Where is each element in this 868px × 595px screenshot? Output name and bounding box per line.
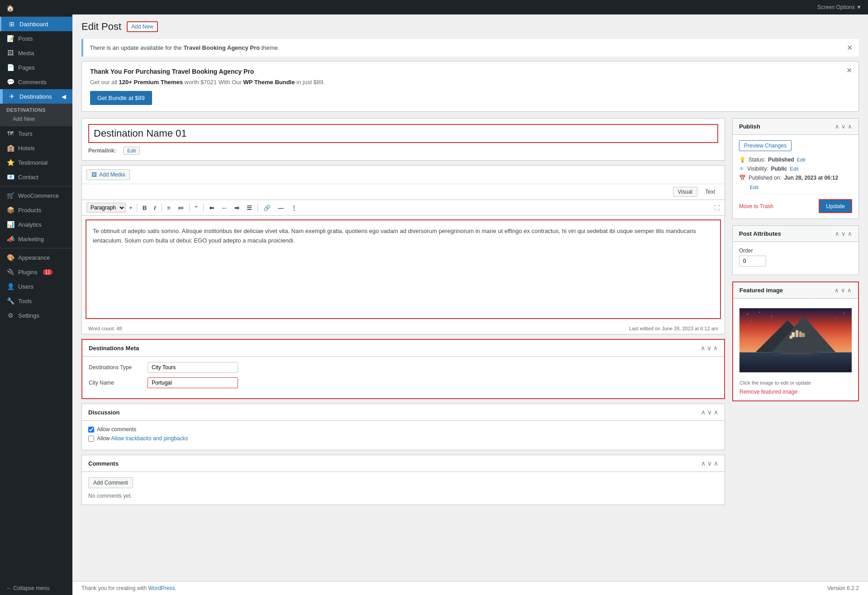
tab-text[interactable]: Text (700, 187, 720, 197)
trash-link[interactable]: Move to Trash (739, 203, 773, 209)
published-edit-link[interactable]: Edit (750, 185, 758, 190)
sidebar-item-posts[interactable]: 📝 Posts (0, 31, 72, 46)
edit-sidebar: Publish ∧ ∨ ∧ Preview Changes 💡 (732, 118, 859, 408)
sidebar-label-posts: Posts (18, 35, 33, 42)
unordered-list-button[interactable]: ≡ (164, 203, 173, 213)
attributes-collapse-btn[interactable]: ∧ (835, 230, 839, 237)
comments-expand-btn[interactable]: ∨ (707, 460, 712, 467)
align-left-button[interactable]: ⬅ (206, 203, 217, 213)
discussion-toggle-btn[interactable]: ∧ (714, 409, 718, 416)
allow-trackbacks-checkbox[interactable] (88, 436, 94, 442)
woocommerce-icon: 🛒 (6, 192, 14, 199)
city-name-input[interactable] (148, 377, 238, 388)
footer-credit: Thank you for creating with WordPress. (81, 585, 176, 591)
sidebar-item-marketing[interactable]: 📣 Marketing (0, 232, 72, 246)
promo-button[interactable]: Get Bundle at $89 (90, 91, 152, 105)
sidebar-item-hotels[interactable]: 🏨 Hotels (0, 141, 72, 155)
link-button[interactable]: 🔗 (261, 203, 273, 213)
discussion-expand-btn[interactable]: ∨ (707, 409, 712, 416)
sidebar-item-tools[interactable]: 🔧 Tools (0, 294, 72, 308)
visibility-icon: 👁 (739, 166, 744, 172)
calendar-icon: 📅 (739, 175, 746, 181)
italic-button[interactable]: I (151, 203, 158, 213)
destination-type-input[interactable] (148, 362, 238, 373)
appearance-icon: 🎨 (6, 254, 14, 261)
remove-featured-image-link[interactable]: Remove featured image (739, 389, 797, 395)
meta-expand-btn[interactable]: ∨ (707, 344, 711, 352)
sidebar-item-pages[interactable]: 📄 Pages (0, 60, 72, 75)
add-new-button[interactable]: Add New (127, 21, 158, 32)
comments-header[interactable]: Comments ∧ ∨ ∧ (82, 455, 725, 472)
editor-text: Te obtinuit ut adepto satis somno. Aliis… (93, 228, 696, 244)
page-title: Edit Post (81, 21, 121, 33)
sidebar-item-comments[interactable]: 💬 Comments (0, 75, 72, 89)
sidebar-label-woocommerce: WooCommerce (18, 192, 59, 199)
attributes-toggle-btn[interactable]: ∧ (848, 230, 852, 237)
sidebar-item-destinations[interactable]: ✈ Destinations ◀ (0, 89, 72, 104)
align-justify-button[interactable]: ☰ (244, 203, 255, 213)
sidebar-item-woocommerce[interactable]: 🛒 WooCommerce (0, 188, 72, 203)
sidebar-item-settings[interactable]: ⚙ Settings (0, 308, 72, 323)
align-right-button[interactable]: ➡ (232, 203, 242, 213)
update-button[interactable]: Update (819, 199, 852, 213)
preview-changes-button[interactable]: Preview Changes (739, 140, 792, 151)
post-title-input[interactable] (88, 124, 718, 143)
featured-expand-btn[interactable]: ∨ (841, 287, 845, 294)
sidebar-item-products[interactable]: 📦 Products (0, 203, 72, 217)
svg-rect-7 (801, 333, 805, 337)
permalink-edit-button[interactable]: Edit (123, 147, 140, 155)
screen-options-button[interactable]: Screen Options ▼ (817, 4, 862, 10)
attributes-expand-btn[interactable]: ∨ (841, 230, 846, 237)
wordpress-link[interactable]: WordPress (148, 585, 175, 591)
publish-expand-btn[interactable]: ∨ (841, 123, 846, 130)
collapse-menu[interactable]: ← Collapse menu (0, 581, 72, 595)
meta-collapse-btn[interactable]: ∧ (701, 344, 705, 352)
featured-image-thumbnail[interactable] (739, 304, 852, 376)
discussion-header[interactable]: Discussion ∧ ∨ ∧ (82, 404, 725, 421)
destinations-meta-header[interactable]: Destinations Meta ∧ ∨ ∧ (82, 340, 724, 357)
sidebar-item-dashboard[interactable]: ⊞ Dashboard (0, 17, 72, 31)
format-select[interactable]: Paragraph (86, 203, 126, 213)
align-center-button[interactable]: ↔ (219, 203, 230, 213)
add-media-button[interactable]: 🖼 Add Media (86, 169, 130, 180)
post-attributes-header: Post Attributes ∧ ∨ ∧ (733, 226, 858, 242)
sidebar-label-pages: Pages (18, 64, 35, 71)
toolbar-expand-icon[interactable]: ⛶ (714, 205, 720, 211)
editor-content[interactable]: Te obtinuit ut adepto satis somno. Aliis… (86, 219, 721, 319)
bold-button[interactable]: B (140, 203, 149, 213)
discussion-collapse-btn[interactable]: ∧ (701, 409, 706, 416)
sidebar-item-tours[interactable]: 🗺 Tours (0, 126, 72, 141)
sidebar-item-analytics[interactable]: 📊 Analytics (0, 217, 72, 232)
featured-toggle-btn[interactable]: ∧ (847, 287, 852, 294)
status-edit-link[interactable]: Edit (797, 157, 806, 162)
sidebar-item-testimonial[interactable]: ⭐ Testimonial (0, 155, 72, 170)
horizontal-rule-button[interactable]: — (275, 203, 286, 213)
featured-collapse-btn[interactable]: ∧ (835, 287, 839, 294)
order-input[interactable] (739, 256, 766, 267)
pages-icon: 📄 (6, 64, 14, 71)
ordered-list-button[interactable]: ≔ (175, 203, 186, 213)
sidebar-label-plugins: Plugins (18, 269, 38, 276)
read-more-button[interactable]: ⋮ (288, 203, 300, 213)
posts-icon: 📝 (6, 35, 14, 42)
allow-comments-checkbox[interactable] (88, 427, 94, 433)
comments-toggle-btn[interactable]: ∧ (714, 460, 718, 467)
sidebar-item-users[interactable]: 👤 Users (0, 279, 72, 294)
add-comment-button[interactable]: Add Comment (88, 477, 133, 488)
sidebar-label-products: Products (18, 207, 41, 214)
comments-collapse-btn[interactable]: ∧ (701, 460, 706, 467)
trackbacks-link[interactable]: Allow trackbacks and pingbacks (111, 435, 188, 442)
promo-dismiss-button[interactable]: ✕ (846, 66, 852, 75)
sidebar-item-media[interactable]: 🖼 Media (0, 46, 72, 60)
publish-toggle-btn[interactable]: ∧ (848, 123, 852, 130)
visibility-edit-link[interactable]: Edit (790, 166, 798, 171)
publish-collapse-btn[interactable]: ∧ (835, 123, 839, 130)
sidebar-sub-add-new[interactable]: Add New (0, 114, 72, 124)
sidebar-item-plugins[interactable]: 🔌 Plugins 11 (0, 265, 72, 279)
meta-toggle-btn[interactable]: ∧ (713, 344, 718, 352)
notice-dismiss-button[interactable]: ✕ (847, 43, 853, 52)
sidebar-item-contact[interactable]: 📧 Contact (0, 170, 72, 184)
sidebar-item-appearance[interactable]: 🎨 Appearance (0, 250, 72, 265)
tab-visual[interactable]: Visual (673, 187, 697, 197)
blockquote-button[interactable]: " (192, 203, 200, 213)
